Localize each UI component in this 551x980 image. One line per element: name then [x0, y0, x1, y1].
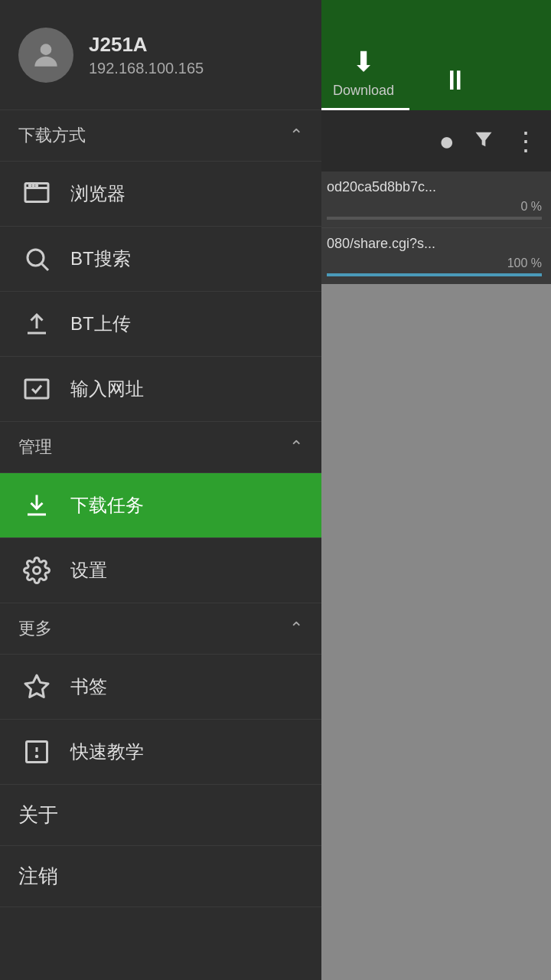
user-header: J251A 192.168.100.165 [0, 0, 321, 110]
svg-point-6 [28, 250, 44, 266]
section-title-more: 更多 [18, 617, 52, 640]
download-item-2-percent: 100 % [327, 256, 542, 270]
download-tab-label: Download [333, 83, 394, 99]
menu-label-browser: 浏览器 [70, 181, 126, 206]
menu-label-bookmarks: 书签 [70, 675, 107, 699]
user-ip: 192.168.100.165 [89, 60, 204, 77]
download-item-2-progress-fill [327, 273, 542, 276]
download-tasks-icon [18, 487, 55, 524]
menu-item-bt-upload[interactable]: BT上传 [0, 292, 321, 357]
user-icon[interactable]: ● [439, 126, 455, 156]
menu-label-bt-upload: BT上传 [70, 312, 131, 336]
chevron-up-icon-more: ⌃ [289, 619, 303, 639]
input-url-icon [18, 371, 55, 407]
menu-label-download-tasks: 下载任务 [70, 493, 144, 518]
svg-rect-10 [25, 380, 48, 398]
about-label: 关于 [18, 802, 58, 828]
right-toolbar: ● ⋮ [318, 110, 551, 172]
chevron-up-icon-management: ⌃ [289, 437, 303, 457]
download-item-1-progress-bar [327, 217, 542, 220]
section-title-management: 管理 [18, 436, 52, 459]
menu-label-quick-tutorial: 快速教学 [70, 740, 144, 764]
menu-label-settings: 设置 [70, 558, 107, 583]
user-name: J251A [89, 33, 204, 57]
download-item-1-name: od20ca5d8bb7c... [327, 179, 542, 195]
download-list: od20ca5d8bb7c... 0 % 080/share.cgi?s... … [318, 172, 551, 284]
section-header-download-method[interactable]: 下载方式 ⌃ [0, 110, 321, 162]
logout-label: 注销 [18, 863, 58, 890]
download-item-2-name: 080/share.cgi?s... [327, 236, 542, 252]
menu-item-quick-tutorial[interactable]: 快速教学 [0, 720, 321, 785]
svg-marker-14 [25, 675, 48, 697]
menu-label-input-url: 输入网址 [70, 377, 144, 401]
more-options-icon[interactable]: ⋮ [513, 126, 539, 156]
quick-tutorial-icon [18, 733, 55, 770]
download-item-2-progress-bar [327, 273, 542, 276]
menu-item-browser[interactable]: 浏览器 [0, 162, 321, 227]
menu-item-logout[interactable]: 注销 [0, 846, 321, 907]
bt-upload-icon [18, 305, 55, 342]
menu-item-input-url[interactable]: 输入网址 [0, 357, 321, 422]
svg-line-7 [42, 264, 48, 270]
svg-point-0 [41, 44, 52, 55]
section-header-management[interactable]: 管理 ⌃ [0, 422, 321, 473]
bt-search-icon [18, 240, 55, 277]
transfer-tab-icon: ⏸ [442, 64, 469, 96]
chevron-up-icon-download-method: ⌃ [289, 126, 303, 145]
svg-point-13 [34, 567, 41, 574]
menu-item-bookmarks[interactable]: 书签 [0, 655, 321, 720]
tab-download[interactable]: ⬇ Download [318, 0, 409, 110]
browser-icon [18, 175, 55, 212]
download-item-1[interactable]: od20ca5d8bb7c... 0 % [318, 172, 551, 228]
bookmarks-icon [18, 668, 55, 705]
menu-item-settings[interactable]: 设置 [0, 538, 321, 603]
user-info: J251A 192.168.100.165 [89, 33, 204, 77]
menu-item-download-tasks[interactable]: 下载任务 [0, 473, 321, 538]
settings-icon [18, 552, 55, 589]
avatar [18, 28, 73, 83]
menu-item-about[interactable]: 关于 [0, 785, 321, 846]
menu-label-bt-search: BT搜索 [70, 247, 131, 271]
menu-item-bt-search[interactable]: BT搜索 [0, 227, 321, 292]
download-tab-icon: ⬇ [352, 46, 375, 78]
download-item-2[interactable]: 080/share.cgi?s... 100 % [318, 228, 551, 284]
navigation-drawer: J251A 192.168.100.165 下载方式 ⌃ 浏览器 [0, 0, 321, 980]
download-item-1-percent: 0 % [327, 200, 542, 214]
section-title-download-method: 下载方式 [18, 124, 86, 147]
section-header-more[interactable]: 更多 ⌃ [0, 603, 321, 655]
filter-icon[interactable] [473, 126, 494, 156]
tab-transfer[interactable]: ⏸ [409, 0, 501, 110]
